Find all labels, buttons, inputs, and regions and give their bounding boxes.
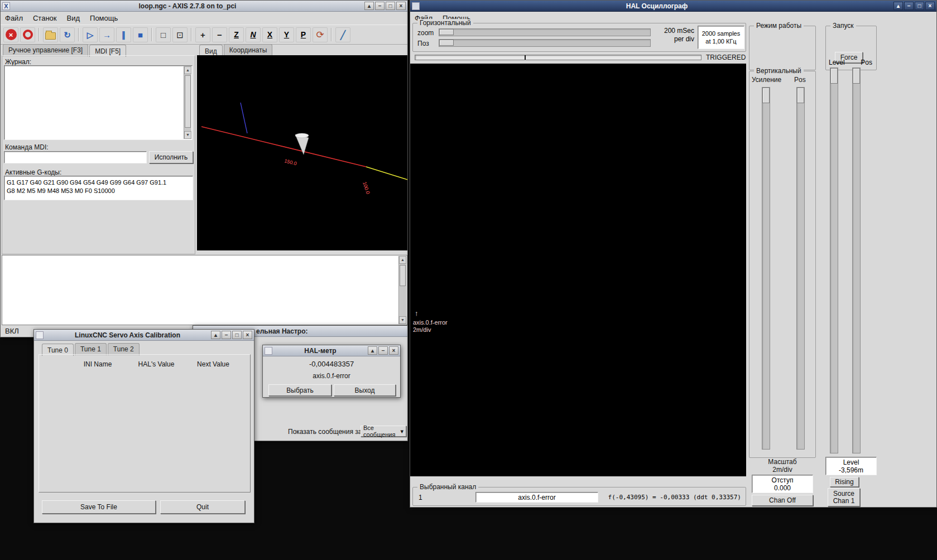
view-x-button[interactable]: X [262, 27, 277, 42]
close-icon[interactable]: × [925, 2, 935, 10]
hal-oscilloscope-window: HAL Осциллограф ▴ – □ × ФайлПомощь Гориз… [410, 0, 937, 508]
toggle-skip-lines-button[interactable]: □ [156, 27, 171, 42]
run-program-button[interactable]: ▷ [83, 27, 98, 42]
trigger-position-marker[interactable] [525, 55, 526, 60]
machine-power-button[interactable] [20, 27, 35, 42]
scrollbar-thumb[interactable] [185, 75, 191, 128]
gcode-program-listing[interactable]: ▲ ▼ [2, 255, 407, 325]
close-icon[interactable]: × [389, 346, 398, 355]
messages-filter-dropdown[interactable]: Все сообщения ▾ [361, 426, 406, 437]
minimize-icon[interactable]: – [378, 346, 388, 355]
vpos-slider-handle[interactable] [797, 88, 804, 103]
menu-item-1[interactable]: Станок [33, 14, 57, 22]
close-icon[interactable]: × [243, 331, 252, 339]
pos-slider[interactable] [439, 39, 651, 47]
level-slider-handle[interactable] [830, 68, 838, 84]
mdi-history-list[interactable]: ▲ ▼ [4, 65, 193, 140]
menu-item-3[interactable]: Помощь [90, 14, 118, 22]
stop-program-button[interactable]: ■ [133, 27, 148, 42]
view-z-rotated-icon: N [250, 31, 256, 38]
trigger-edge-button[interactable]: Rising [830, 477, 859, 487]
view-x-icon: X [267, 31, 272, 38]
scrollbar-track[interactable] [184, 74, 191, 131]
quit-button[interactable]: Quit [160, 500, 245, 514]
gain-slider-handle[interactable] [762, 88, 770, 103]
mdi-execute-button[interactable]: Исполнить [149, 151, 193, 163]
run-step-icon: → [103, 31, 111, 39]
open-file-button[interactable] [43, 27, 58, 42]
gain-slider[interactable] [762, 87, 770, 450]
machine-power-icon [23, 30, 33, 40]
view-perspective-button[interactable]: P [296, 27, 311, 42]
maximize-icon[interactable]: □ [386, 2, 395, 10]
meter-title: HAL-метр [274, 347, 367, 355]
app-icon [265, 347, 272, 355]
scroll-down-icon[interactable]: ▼ [399, 316, 406, 324]
tab-tune-2[interactable]: Tune 2 [108, 343, 140, 355]
zoom-slider[interactable] [439, 28, 651, 36]
tab-tune-1[interactable]: Tune 1 [75, 343, 107, 355]
axis-y-line [241, 103, 247, 133]
vpos-slider[interactable] [796, 87, 805, 450]
rotate-view-button[interactable]: ⟳ [313, 27, 328, 42]
minimize-icon[interactable]: – [222, 331, 231, 339]
estop-icon: × [6, 29, 17, 40]
estop-button[interactable]: × [3, 27, 18, 42]
pause-program-icon: ∥ [122, 31, 126, 39]
run-program-icon: ▷ [87, 31, 94, 39]
record-position-bar[interactable] [415, 55, 701, 60]
scroll-up-icon[interactable]: ▲ [184, 66, 191, 74]
maximize-icon[interactable]: □ [915, 2, 924, 10]
view-y-button[interactable]: Y [279, 27, 294, 42]
offset-readout: Отступ 0.000 [752, 475, 813, 493]
journal-scrollbar[interactable]: ▲ ▼ [184, 66, 191, 139]
scroll-up-icon[interactable]: ▲ [399, 256, 406, 264]
channel-pin-input[interactable]: axis.0.f-error [475, 492, 598, 503]
pos-slider-handle[interactable] [439, 40, 454, 46]
tpos-slider-handle[interactable] [853, 68, 860, 84]
program-scrollbar[interactable]: ▲ ▼ [398, 256, 406, 324]
scroll-down-icon[interactable]: ▼ [184, 131, 191, 139]
reload-file-button[interactable]: ↻ [60, 27, 75, 42]
tpos-slider[interactable] [852, 67, 861, 453]
select-pin-button[interactable]: Выбрать [268, 384, 331, 396]
save-to-file-button[interactable]: Save To File [42, 500, 156, 514]
run-step-button[interactable]: → [99, 27, 114, 42]
menu-item-0[interactable]: Файл [5, 14, 23, 22]
tab-manual-control[interactable]: Ручное управление [F3] [3, 44, 88, 56]
mdi-command-input[interactable] [4, 151, 147, 163]
trigger-source-button[interactable]: Source Chan 1 [828, 488, 860, 506]
view-z-rotated-button[interactable]: N [246, 27, 261, 42]
shade-icon[interactable]: ▴ [211, 331, 220, 339]
toggle-optional-stop-icon: ⊡ [176, 31, 184, 39]
zoom-out-button[interactable]: − [212, 27, 227, 42]
shade-icon[interactable]: ▴ [893, 2, 903, 10]
samples-count: 2000 samples [698, 30, 744, 37]
toggle-optional-stop-button[interactable]: ⊡ [172, 27, 188, 42]
shade-icon[interactable]: ▴ [364, 2, 374, 10]
tab-dro[interactable]: Координаты [224, 44, 273, 56]
close-icon[interactable]: × [396, 2, 406, 10]
minimize-icon[interactable]: – [904, 2, 914, 10]
meter-titlebar: HAL-метр ▴ – × [263, 345, 400, 356]
zoom-slider-handle[interactable] [439, 29, 454, 35]
channel-off-button[interactable]: Chan Off [752, 495, 813, 506]
exit-button[interactable]: Выход [334, 384, 396, 396]
scrollbar-track[interactable] [399, 264, 406, 316]
run-mode-group: Режим работы [749, 26, 816, 70]
zoom-label: zoom [417, 29, 434, 37]
hal-meter-window: HAL-метр ▴ – × -0,004483357 axis.0.f-err… [262, 345, 401, 398]
shade-icon[interactable]: ▴ [368, 346, 377, 355]
scrollbar-thumb[interactable] [400, 265, 406, 286]
pause-program-button[interactable]: ∥ [116, 27, 131, 42]
view-z-button[interactable]: Z [229, 27, 244, 42]
column-header-next-value: Next Value [185, 360, 241, 368]
menu-item-2[interactable]: Вид [67, 14, 80, 22]
minimize-icon[interactable]: – [375, 2, 385, 10]
toolbar-separator [331, 28, 332, 41]
clear-plot-button[interactable]: ╱ [335, 27, 350, 42]
trigger-level-value: -3,596m [826, 466, 876, 474]
level-slider[interactable] [830, 67, 838, 453]
maximize-icon[interactable]: □ [232, 331, 242, 339]
zoom-in-button[interactable]: + [195, 27, 210, 42]
